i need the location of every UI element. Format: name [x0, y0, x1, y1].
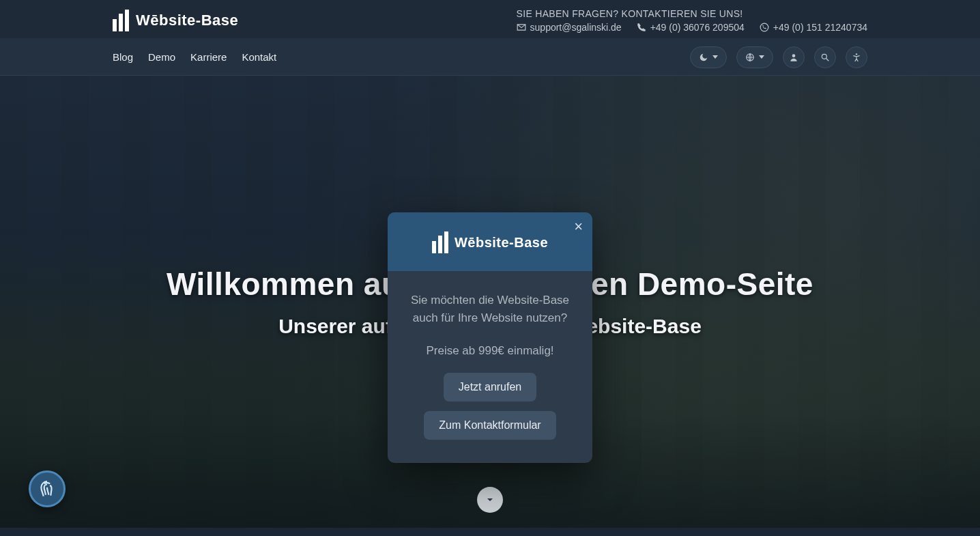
contact-phone[interactable]: +49 (0) 36076 209504 [637, 22, 745, 33]
main-nav: Blog Demo Karriere Kontakt [0, 39, 980, 76]
contact-heading: SIE HABEN FRAGEN? KONTAKTIEREN SIE UNS! [517, 8, 867, 19]
modal-logo: Wēbsite-Base [432, 231, 548, 253]
moon-icon [699, 53, 708, 62]
phone-icon [637, 23, 646, 32]
mail-icon [517, 23, 526, 32]
nav-link-karriere[interactable]: Karriere [190, 51, 227, 63]
contact-block: SIE HABEN FRAGEN? KONTAKTIEREN SIE UNS! … [517, 8, 867, 33]
cta-call-button[interactable]: Jetzt anrufen [444, 373, 537, 401]
nav-link-kontakt[interactable]: Kontakt [242, 51, 276, 63]
svg-point-0 [760, 23, 768, 31]
globe-icon [745, 53, 755, 62]
account-button[interactable] [783, 46, 805, 68]
search-icon [820, 53, 830, 62]
modal-price-text: Preise ab 999€ einmalig! [426, 344, 553, 358]
whatsapp-icon [760, 23, 769, 32]
logo-text: Wēbsite-Base [136, 12, 238, 29]
search-button[interactable] [814, 46, 836, 68]
contact-email-text: support@sgalinski.de [530, 22, 622, 33]
logo-mark-icon [432, 231, 448, 253]
chevron-down-icon [712, 55, 718, 59]
modal-logo-text: Wēbsite-Base [455, 235, 548, 251]
promo-modal: × Wēbsite-Base Sie möchten die Website-B… [388, 212, 592, 463]
svg-point-4 [856, 53, 857, 55]
svg-point-2 [792, 54, 796, 57]
site-logo[interactable]: Wēbsite-Base [113, 10, 238, 31]
modal-lead-text: Sie möchten die Website-Base auch für Ih… [404, 292, 576, 328]
chevron-down-icon [485, 494, 495, 505]
accessibility-button[interactable] [846, 46, 867, 68]
nav-link-demo[interactable]: Demo [148, 51, 175, 63]
contact-whatsapp[interactable]: +49 (0) 151 21240734 [760, 22, 867, 33]
logo-mark-icon [113, 10, 129, 31]
nav-link-blog[interactable]: Blog [113, 51, 133, 63]
nav-controls [690, 46, 867, 68]
contact-whatsapp-text: +49 (0) 151 21240734 [773, 22, 867, 33]
theme-toggle[interactable] [690, 46, 727, 68]
accessibility-icon [852, 53, 861, 62]
modal-body: Sie möchten die Website-Base auch für Ih… [388, 271, 592, 463]
modal-header: × Wēbsite-Base [388, 212, 592, 271]
contact-phone-text: +49 (0) 36076 209504 [650, 22, 745, 33]
top-bar: Wēbsite-Base SIE HABEN FRAGEN? KONTAKTIE… [0, 0, 980, 39]
hero-section: Willkommen auf der offiziellen Demo-Seit… [0, 76, 980, 528]
close-icon: × [574, 218, 583, 235]
chevron-down-icon [759, 55, 764, 59]
modal-close-button[interactable]: × [574, 219, 583, 234]
scroll-down-button[interactable] [477, 487, 503, 513]
user-icon [789, 53, 798, 62]
fingerprint-icon [38, 480, 56, 498]
svg-point-3 [822, 54, 826, 59]
cta-form-button[interactable]: Zum Kontaktformular [424, 411, 556, 440]
language-switch[interactable] [736, 46, 773, 68]
privacy-fab[interactable] [29, 470, 66, 507]
nav-links: Blog Demo Karriere Kontakt [113, 51, 276, 63]
contact-email[interactable]: support@sgalinski.de [517, 22, 622, 33]
